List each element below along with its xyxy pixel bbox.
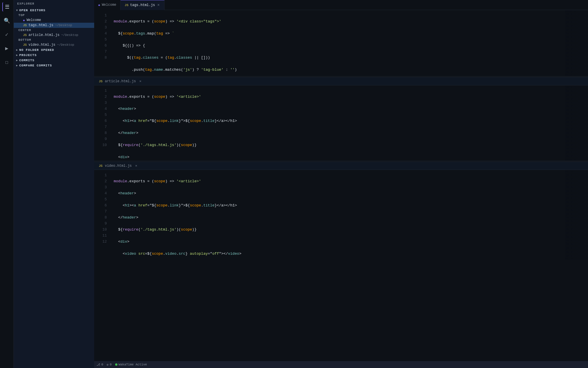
open-editors-label: OPEN EDITORS	[19, 9, 45, 12]
subsection-top: TOP	[14, 13, 94, 18]
tab-bar: ◆ Welcome JS tags.html.js ×	[94, 0, 588, 10]
search-icon[interactable]: 🔍	[2, 16, 11, 25]
git-status: ⎇ 0	[96, 363, 103, 367]
no-folder-section[interactable]: ► NO FOLDER OPENED	[14, 47, 94, 53]
article-minimap	[565, 85, 588, 161]
tags-tab-label: tags.html.js	[130, 3, 155, 7]
sidebar-title: EXPLORER	[14, 0, 94, 8]
article-pane-filename: article.html.js	[105, 79, 136, 83]
sidebar-item-article[interactable]: JS article.html.js ~/Desktop	[14, 32, 94, 38]
welcome-icon: ◆	[23, 18, 25, 22]
welcome-tab-icon: ◆	[98, 3, 100, 7]
tags-tab-close[interactable]: ×	[157, 3, 160, 7]
video-filepath: ~/Desktop	[57, 43, 74, 47]
wakatime-status: WakaTime Active	[115, 363, 147, 366]
projects-section[interactable]: ► PROJECTS	[14, 53, 94, 58]
error-status: ⊘ 0	[107, 363, 112, 367]
compare-commits-arrow: ►	[16, 64, 18, 67]
article-filepath: ~/Desktop	[61, 33, 78, 37]
article-line-numbers: 12345678910	[94, 85, 109, 161]
sidebar: EXPLORER ▼ OPEN EDITORS TOP ◆ Welcome JS…	[14, 0, 94, 368]
tab-welcome[interactable]: ◆ Welcome	[94, 0, 121, 10]
tab-tags[interactable]: JS tags.html.js ×	[121, 0, 165, 10]
compare-commits-label: COMPARE COMMITS	[19, 64, 52, 67]
js-icon-tags: JS	[23, 24, 27, 27]
editor-area: ◆ Welcome JS tags.html.js × 12345678 mod…	[94, 0, 588, 368]
video-editor-pane: JS video.html.js ✕ 123456789101112 modul…	[94, 162, 588, 260]
article-filename: article.html.js	[28, 33, 59, 37]
projects-arrow: ►	[16, 54, 18, 57]
explorer-icon[interactable]: ☰	[2, 2, 11, 12]
tags-minimap	[565, 10, 588, 76]
tags-line-numbers: 12345678	[94, 10, 109, 76]
status-bar: ⎇ 0 ⊘ 0 WakaTime Active	[94, 361, 588, 368]
tags-tab-icon: JS	[125, 3, 128, 7]
no-folder-label: NO FOLDER OPENED	[19, 48, 54, 52]
git-icon[interactable]: ✓	[2, 30, 11, 39]
sidebar-item-tags[interactable]: JS tags.html.js ~/Desktop	[14, 23, 94, 28]
sidebar-item-video[interactable]: JS video.html.js ~/Desktop	[14, 42, 94, 47]
video-code-area: 123456789101112 module.exports = (scope)…	[94, 170, 588, 260]
no-folder-arrow: ►	[16, 49, 18, 52]
projects-label: PROJECTS	[19, 53, 37, 57]
open-editors-section[interactable]: ▼ OPEN EDITORS	[14, 8, 94, 13]
branch-count: 0	[101, 363, 103, 366]
open-editors-arrow: ▼	[16, 9, 18, 12]
error-icon: ⊘	[107, 363, 109, 367]
js-icon-video: JS	[23, 43, 27, 47]
commits-label: COMMITS	[19, 59, 34, 62]
compare-commits-section[interactable]: ► COMPARE COMMITS	[14, 63, 94, 68]
tags-editor-pane: 12345678 module.exports = (scope) => '<d…	[94, 10, 588, 76]
tags-filename: tags.html.js	[28, 23, 53, 27]
tags-code[interactable]: module.exports = (scope) => '<div class=…	[109, 10, 565, 76]
video-filename: video.html.js	[28, 43, 55, 47]
article-code[interactable]: module.exports = (scope) => '<article>' …	[109, 85, 565, 161]
subsection-bottom: BOTTOM	[14, 38, 94, 42]
subsection-center: CENTER	[14, 28, 94, 32]
branch-icon: ⎇	[96, 363, 100, 367]
sidebar-item-welcome[interactable]: ◆ Welcome	[14, 18, 94, 23]
wakatime-dot	[115, 363, 117, 366]
js-icon-article: JS	[23, 33, 27, 37]
commits-arrow: ►	[16, 59, 18, 62]
article-editor-pane: JS article.html.js ✕ 12345678910 module.…	[94, 77, 588, 161]
tags-filepath: ~/Desktop	[55, 24, 72, 27]
video-line-numbers: 123456789101112	[94, 170, 109, 260]
video-pane-icon: JS	[99, 164, 102, 168]
article-code-area: 12345678910 module.exports = (scope) => …	[94, 85, 588, 161]
video-code[interactable]: module.exports = (scope) => '<article>' …	[109, 170, 565, 260]
editor-wrapper: 12345678 module.exports = (scope) => '<d…	[94, 10, 588, 368]
commits-section[interactable]: ► COMMITS	[14, 58, 94, 63]
wakatime-label: WakaTime Active	[119, 363, 147, 366]
error-count: 0	[110, 363, 112, 366]
article-pane-icon: JS	[99, 80, 102, 83]
debug-icon[interactable]: ▶	[2, 44, 11, 53]
article-pane-close[interactable]: ✕	[139, 79, 141, 83]
extensions-icon[interactable]: ☐	[2, 57, 11, 67]
activity-bar: ☰ 🔍 ✓ ▶ ☐	[0, 0, 14, 368]
video-pane-filename: video.html.js	[105, 164, 132, 168]
video-pane-header: JS video.html.js ✕	[94, 162, 588, 170]
editors-scroll: 12345678 module.exports = (scope) => '<d…	[94, 10, 588, 368]
video-minimap	[565, 170, 588, 260]
welcome-tab-label: Welcome	[102, 3, 116, 7]
welcome-label: Welcome	[27, 18, 41, 22]
article-pane-header: JS article.html.js ✕	[94, 77, 588, 85]
video-pane-close[interactable]: ✕	[135, 164, 137, 168]
